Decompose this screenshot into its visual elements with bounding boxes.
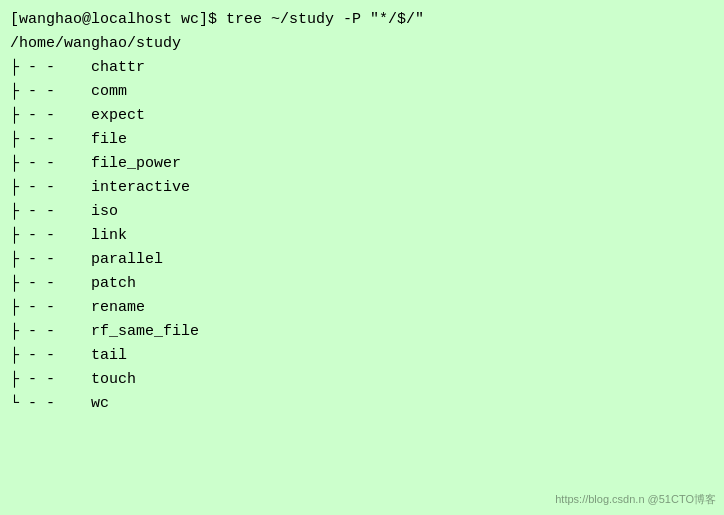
tree-entry-1: ├ - - comm xyxy=(10,80,714,104)
terminal-window: [wanghao@localhost wc]$ tree ~/study -P … xyxy=(0,0,724,515)
tree-entry-0: ├ - - chattr xyxy=(10,56,714,80)
tree-entry-4: ├ - - file_power xyxy=(10,152,714,176)
tree-entry-2: ├ - - expect xyxy=(10,104,714,128)
tree-entry-12: ├ - - tail xyxy=(10,344,714,368)
prompt-line: [wanghao@localhost wc]$ tree ~/study -P … xyxy=(10,8,714,32)
tree-entry-14: └ - - wc xyxy=(10,392,714,416)
tree-entry-8: ├ - - parallel xyxy=(10,248,714,272)
tree-entry-3: ├ - - file xyxy=(10,128,714,152)
root-dir-line: /home/wanghao/study xyxy=(10,32,714,56)
tree-entry-6: ├ - - iso xyxy=(10,200,714,224)
watermark: https://blog.csdn.n @51CTO博客 xyxy=(555,492,716,507)
tree-entry-7: ├ - - link xyxy=(10,224,714,248)
tree-entry-10: ├ - - rename xyxy=(10,296,714,320)
tree-entry-11: ├ - - rf_same_file xyxy=(10,320,714,344)
tree-entry-13: ├ - - touch xyxy=(10,368,714,392)
tree-entry-9: ├ - - patch xyxy=(10,272,714,296)
tree-entry-5: ├ - - interactive xyxy=(10,176,714,200)
